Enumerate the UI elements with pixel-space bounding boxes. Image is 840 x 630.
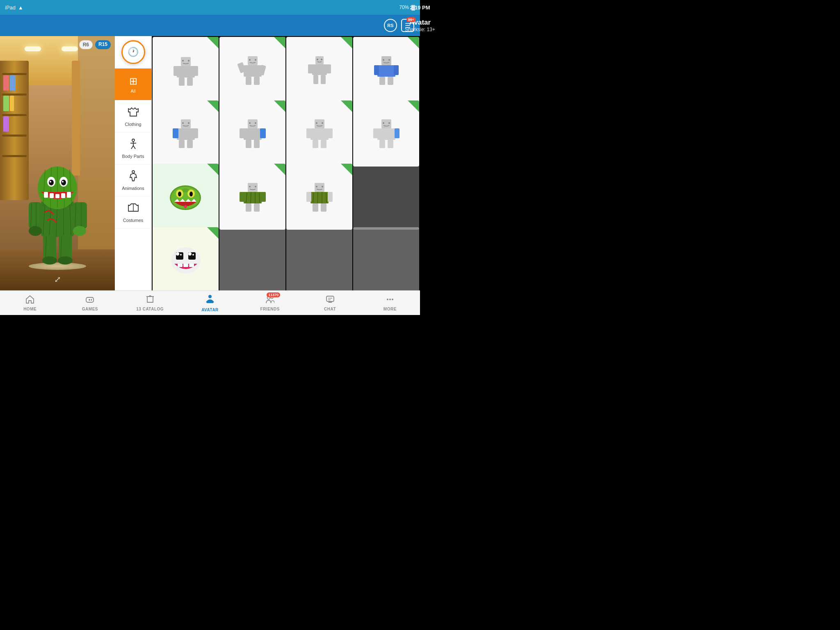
svg-rect-34	[50, 193, 54, 198]
body-parts-icon	[128, 138, 139, 152]
svg-rect-64	[326, 64, 331, 73]
nav-chat[interactable]: CHAT	[300, 291, 360, 315]
expand-button[interactable]: ⤢	[54, 274, 61, 284]
svg-point-148	[192, 254, 194, 256]
status-left: iPad ▲	[5, 5, 23, 11]
owned-badge-9	[207, 164, 219, 175]
svg-rect-57	[246, 77, 251, 85]
friends-label: FRIENDS	[260, 307, 280, 311]
svg-rect-77	[181, 119, 191, 128]
svg-point-92	[255, 122, 256, 124]
avatar-icon	[205, 294, 215, 307]
svg-point-75	[383, 59, 384, 61]
friends-icon: 11370	[265, 295, 274, 306]
svg-line-135	[326, 193, 326, 203]
costumes-label: Costumes	[123, 218, 144, 223]
nav-games[interactable]: GAMES	[60, 291, 120, 315]
svg-point-117	[189, 192, 193, 196]
nav-catalog[interactable]: 13 CATALOG	[120, 291, 180, 315]
svg-point-140	[316, 186, 317, 187]
header-icons: RS ☰ 99+	[384, 19, 414, 32]
svg-rect-137	[328, 192, 333, 202]
device-label: iPad	[5, 5, 16, 11]
grid-item-6[interactable]	[219, 100, 285, 167]
svg-rect-74	[388, 77, 393, 85]
svg-rect-58	[254, 77, 260, 85]
category-animations[interactable]: Animations	[115, 164, 151, 196]
nav-more[interactable]: MORE	[360, 291, 420, 315]
grid-item-3[interactable]	[286, 37, 352, 103]
svg-point-141	[322, 186, 323, 187]
category-costumes[interactable]: Costumes	[115, 196, 151, 228]
avatar-label: AVATAR	[201, 308, 219, 312]
nav-home[interactable]: HOME	[0, 291, 60, 315]
category-sidebar: 🕐 ⊞ All Clothing	[115, 36, 152, 290]
robux-label: RS	[387, 23, 393, 28]
grid-item-1[interactable]	[153, 37, 219, 103]
grid-item-2[interactable]	[219, 37, 285, 103]
nav-friends[interactable]: 11370 FRIENDS	[240, 291, 300, 315]
svg-point-60	[255, 59, 256, 61]
svg-rect-149	[178, 264, 183, 267]
svg-point-165	[387, 299, 388, 300]
svg-rect-93	[315, 119, 324, 128]
owned-badge-6	[274, 100, 285, 112]
notifications-button[interactable]: ☰ 99+	[401, 19, 414, 32]
svg-point-100	[322, 122, 323, 124]
recent-icon: 🕐	[128, 47, 139, 57]
svg-point-31	[50, 181, 51, 183]
svg-rect-105	[379, 140, 385, 148]
grid-item-10[interactable]	[219, 164, 285, 230]
svg-rect-82	[187, 140, 193, 148]
badge-r6[interactable]: R6	[79, 40, 93, 49]
avatar-badges: R6 R15	[79, 40, 111, 49]
svg-rect-96	[328, 128, 333, 138]
home-icon	[25, 295, 34, 306]
svg-rect-102	[377, 128, 395, 140]
grid-item-9[interactable]	[153, 164, 219, 230]
notif-badge: 99+	[406, 17, 416, 22]
svg-rect-73	[379, 77, 385, 85]
svg-rect-98	[321, 140, 326, 148]
nav-avatar[interactable]: AVATAR	[180, 291, 240, 315]
svg-point-59	[249, 59, 251, 61]
svg-rect-66	[321, 75, 326, 84]
svg-rect-138	[313, 203, 318, 212]
svg-rect-94	[310, 128, 329, 140]
grid-item-8[interactable]	[353, 100, 419, 167]
svg-rect-85	[248, 119, 258, 128]
grid-item-16[interactable]	[353, 227, 419, 291]
svg-rect-54	[244, 65, 262, 77]
svg-rect-150	[183, 264, 188, 267]
svg-point-9	[29, 226, 42, 236]
svg-rect-162	[326, 296, 334, 301]
svg-rect-88	[260, 128, 266, 138]
svg-rect-48	[193, 66, 198, 76]
category-clothing[interactable]: Clothing	[115, 100, 151, 132]
grid-item-14[interactable]	[219, 227, 285, 291]
grid-item-5[interactable]	[153, 100, 219, 167]
clothing-icon	[128, 106, 139, 120]
svg-point-167	[392, 299, 393, 300]
category-body-parts[interactable]: Body Parts	[115, 132, 151, 164]
grid-item-13[interactable]	[153, 227, 219, 291]
games-icon	[85, 295, 94, 306]
badge-r15[interactable]: R15	[95, 40, 111, 49]
svg-rect-69	[381, 56, 391, 65]
svg-rect-127	[254, 203, 260, 212]
svg-rect-136	[306, 192, 311, 202]
category-all[interactable]: ⊞ All	[115, 68, 151, 100]
category-recent[interactable]: 🕐	[121, 40, 145, 64]
svg-rect-89	[246, 140, 251, 148]
robux-button[interactable]: RS	[384, 19, 397, 32]
svg-point-108	[388, 122, 390, 124]
svg-rect-104	[395, 128, 399, 138]
grid-item-15[interactable]	[286, 227, 352, 291]
grid-item-12[interactable]	[353, 164, 419, 230]
more-icon	[386, 295, 395, 306]
grid-item-7[interactable]	[286, 100, 352, 167]
grid-item-11[interactable]	[286, 164, 352, 230]
svg-rect-101	[381, 119, 391, 128]
svg-rect-62	[312, 64, 327, 75]
grid-item-4[interactable]	[353, 37, 419, 103]
